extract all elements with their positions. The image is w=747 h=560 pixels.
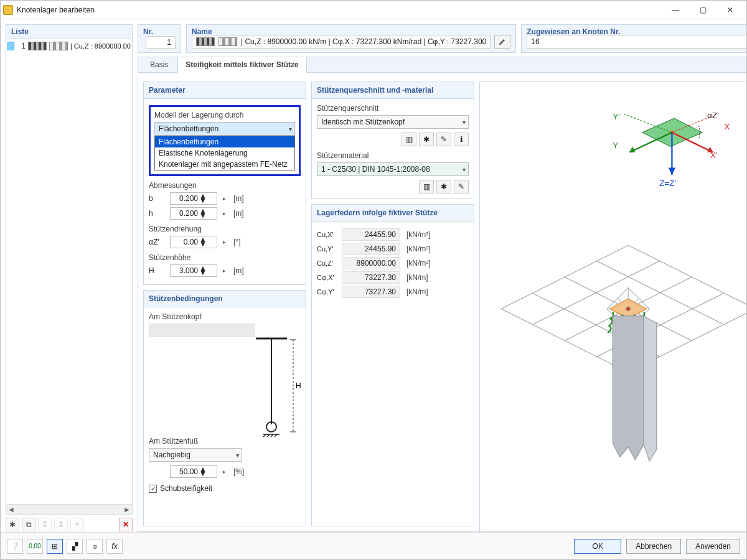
percent-spinner[interactable]: ▲▼ [170,465,217,478]
axis-yp: Y' [613,112,620,121]
nudge-right-icon[interactable]: ▸ [221,210,227,217]
conditions-group-title: Stützenbedingungen [144,291,306,307]
model-combo[interactable]: Flächenbettungen ▾ [154,122,295,136]
xsection-group-title: Stützenquerschnitt und -material [312,82,474,99]
list-item[interactable]: 1 | Cu,Z : 8900000.00 [6,39,132,53]
nudge-right-icon[interactable]: ▸ [221,239,227,245]
scroll-right-icon[interactable]: ► [122,505,132,514]
scroll-left-icon[interactable]: ◄ [6,505,16,514]
assigned-input[interactable]: 16 [527,35,746,49]
mat-edit-button[interactable]: ✎ [454,180,469,194]
xs-new-button[interactable]: ✱ [419,133,434,146]
model-option-2[interactable]: Knotenlager mit angepasstem FE-Netz [155,159,294,170]
percent-input[interactable] [171,466,199,477]
model-label: Modell der Lagerung durch [154,111,295,119]
model-dropdown-open[interactable]: Flächenbettungen Elastische Knotenlageru… [154,136,295,170]
xs-combo[interactable]: Identisch mit Stützenkopf ▾ [317,115,469,129]
assigned-field: Zugewiesen an Knoten Nr. 16 [521,24,746,53]
apply-button[interactable]: Anwenden [686,539,740,554]
chevron-down-icon: ▾ [463,119,466,126]
model-option-1[interactable]: Elastische Knotenlagerung [155,147,294,159]
h-input[interactable] [171,208,199,219]
h-spinner[interactable]: ▲▼ [170,207,217,220]
model-option-0[interactable]: Flächenbettungen [155,136,294,147]
H-spinner[interactable]: ▲▼ [170,264,217,277]
display-button[interactable]: ⌾ [87,539,103,554]
function-button[interactable]: fx [106,539,123,554]
axis-z: Z=Z' [659,179,676,188]
view-mode-button[interactable]: ▞ [67,539,83,554]
chevron-down-icon: ▾ [463,166,466,173]
tab-basic[interactable]: Basis [142,57,176,72]
spring-unit-3: [kN/m] [406,273,428,282]
axis-x: X [724,122,730,131]
xs-info-button[interactable]: ℹ [454,133,469,146]
new-item-button[interactable]: ✱ [6,518,19,531]
xs-edit-button[interactable]: ✎ [436,133,451,146]
delete-button[interactable]: ✕ [119,518,133,531]
new-icon: ✱ [441,182,447,191]
function-icon: fx [111,542,117,551]
axis-xp: X' [710,151,718,160]
xs-library-button[interactable]: ▥ [402,133,416,146]
spring-unit-2: [kN/m³] [406,259,431,268]
assigned-label: Zugewiesen an Knoten Nr. [527,27,620,36]
name-display: | Cu,Z : 8900000.00 kN/m | Cφ,X : 73227.… [192,35,491,49]
spring-label-2: Cu,Z' [317,259,338,267]
maximize-button[interactable]: ▢ [689,1,716,19]
close-button[interactable]: ✕ [716,1,744,19]
axes-icon: ⊞ [52,542,58,551]
edit-name-button[interactable] [494,35,510,49]
pencil-icon [498,37,507,46]
name-text: | Cu,Z : 8900000.00 kN/m | Cφ,X : 73227.… [241,37,486,46]
bottom-support-combo[interactable]: Nachgiebig ▾ [149,448,242,462]
spring-unit-4: [kN/m] [406,287,428,296]
view-axes-button[interactable]: ⊞ [47,539,63,554]
alpha-spinner[interactable]: ▲▼ [170,236,217,248]
shear-label: Schubsteifigkeit [160,484,212,493]
units-icon: 0,00 [29,543,40,549]
bottom-support-value: Nachgiebig [153,450,190,459]
duplicate-button[interactable]: ⧉ [22,518,35,531]
checkbox-icon: ✓ [149,485,157,493]
tool-5-button: ≡ [70,518,84,531]
mat-combo[interactable]: 1 - C25/30 | DIN 1045-1:2008-08 ▾ [317,162,469,176]
list-header: Liste [6,24,133,39]
xs-label: Stützenquerschnitt [317,104,469,113]
alpha-input[interactable] [171,236,199,248]
shear-checkbox[interactable]: ✓ Schubsteifigkeit [149,484,301,493]
b-spinner[interactable]: ▲▼ [170,192,217,205]
preview-viewport[interactable]: Y' Y X X' Z=Z' αZ' [479,82,746,532]
constraint-glyph-1 [28,42,47,50]
mat-new-button[interactable]: ✱ [436,180,451,194]
svg-marker-16 [669,168,675,175]
alpha-label: αZ' [149,238,166,246]
spring-label-3: Cφ,X' [317,274,338,281]
list-panel: 1 | Cu,Z : 8900000.00 ◄ ► [6,39,133,515]
alpha-unit: [°] [233,238,240,246]
ok-button[interactable]: OK [574,539,621,554]
b-input[interactable] [171,193,199,204]
units-button[interactable]: 0,00 [27,539,43,554]
minimize-button[interactable]: — [662,1,689,19]
mat-label: Stützenmaterial [317,151,469,160]
book-icon: ▥ [406,135,413,144]
axis-alpha: αZ' [707,111,719,120]
number-label: Nr. [143,27,153,36]
rot-label: Stützendrehung [149,225,301,233]
number-input[interactable]: 1 [146,36,176,49]
axis-y: Y [613,141,618,150]
list-horizontal-scrollbar[interactable]: ◄ ► [6,504,132,514]
mat-library-button[interactable]: ▥ [419,180,434,194]
nudge-right-icon[interactable]: ▸ [221,268,227,274]
nudge-right-icon[interactable]: ▸ [221,195,227,202]
tab-stiffness[interactable]: Steifigkeit mittels fiktiver Stütze [177,57,306,73]
cancel-button[interactable]: Abbrechen [626,539,681,554]
h-label: h [149,209,166,218]
help-button[interactable]: ❔ [7,539,23,554]
title-bar[interactable]: Knotenlager bearbeiten — ▢ ✕ [1,1,746,19]
list-selection-swatch [7,42,14,50]
nudge-right-icon[interactable]: ▸ [221,469,227,475]
xs-value: Identisch mit Stützenkopf [321,118,405,126]
H-input[interactable] [171,265,199,276]
